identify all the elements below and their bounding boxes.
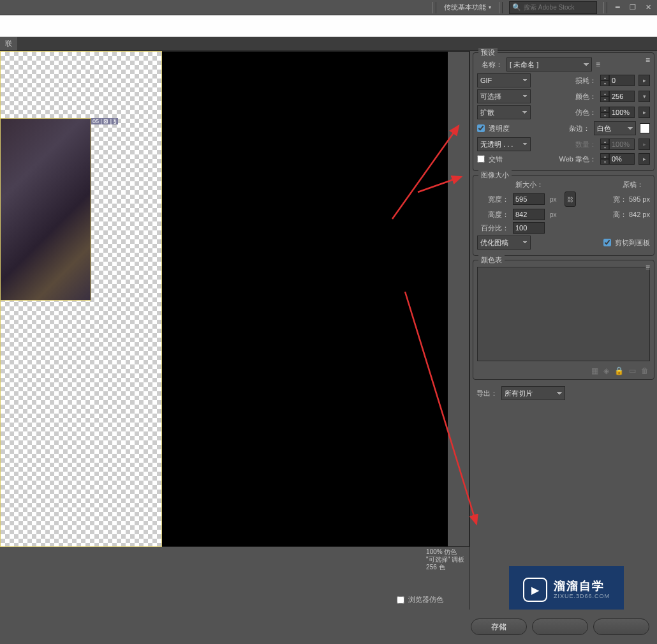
button-2[interactable] bbox=[532, 618, 588, 635]
save-button[interactable]: 存储 bbox=[471, 618, 527, 635]
colors-label: 颜色： bbox=[571, 92, 596, 101]
close-button[interactable]: ✕ bbox=[640, 1, 656, 14]
menu-bar bbox=[0, 15, 657, 37]
preset-panel: 预设 ≡ 名称： [ 未命名 ] ≡ GIF 损耗： ▴▾ ▸ 可选择 bbox=[473, 52, 654, 171]
format-select[interactable]: GIF bbox=[477, 73, 531, 87]
web-shift-icon[interactable]: ◈ bbox=[603, 366, 609, 375]
colortable-menu-icon[interactable]: ≡ bbox=[646, 263, 650, 272]
newsize-label: 新大小： bbox=[515, 180, 543, 190]
image-preview bbox=[1, 119, 91, 300]
amount-spinner: ▴▾ bbox=[600, 139, 609, 150]
minimize-button[interactable]: ━ bbox=[610, 1, 625, 14]
watermark-en: ZIXUE.3D66.COM bbox=[554, 593, 610, 600]
amount-label: 数量： bbox=[571, 140, 596, 149]
browser-dither-checkbox[interactable] bbox=[397, 596, 404, 604]
restore-icon: ❐ bbox=[630, 3, 636, 11]
percent-input[interactable] bbox=[513, 222, 545, 234]
play-icon: ▶ bbox=[523, 578, 547, 602]
websnap-label: Web 靠色： bbox=[553, 154, 596, 164]
percent-label: 百分比： bbox=[477, 223, 509, 233]
optimize-select[interactable]: 优化图稿 bbox=[477, 236, 531, 250]
trans-dither-select[interactable]: 无透明 . . . bbox=[477, 137, 531, 151]
link-icon[interactable]: ⛓ bbox=[565, 191, 576, 207]
minimize-icon: ━ bbox=[616, 3, 620, 11]
lock-icon[interactable]: 🔒 bbox=[614, 366, 624, 375]
export-select[interactable]: 所有切片 bbox=[501, 386, 565, 400]
px-unit: px bbox=[550, 196, 557, 203]
colors-input[interactable] bbox=[609, 91, 635, 102]
websnap-flyout[interactable]: ▸ bbox=[639, 153, 650, 165]
dither-flyout[interactable]: ▸ bbox=[639, 107, 650, 118]
preset-title: 预设 bbox=[478, 48, 498, 57]
chevron-down-icon: ▾ bbox=[489, 4, 491, 10]
orig-height: 高： 842 px bbox=[613, 210, 650, 220]
width-input[interactable] bbox=[513, 193, 545, 205]
image-size-panel: 图像大小 新大小： 原稿： 宽度： px ⛓ 宽： 595 px 高度： px … bbox=[473, 175, 654, 256]
lossy-label: 损耗： bbox=[571, 76, 596, 86]
clip-label: 剪切到画板 bbox=[615, 238, 650, 248]
workspace-selector[interactable]: 传统基本功能 ▾ bbox=[439, 1, 496, 14]
orig-width: 宽： 595 px bbox=[613, 195, 650, 204]
preset-menu-icon[interactable]: ≡ bbox=[596, 60, 600, 69]
matte-select[interactable]: 白色 bbox=[594, 121, 636, 135]
dither-label: 仿色： bbox=[571, 108, 596, 117]
preset-name-select[interactable]: [ 未命名 ] bbox=[506, 57, 592, 71]
map-icon[interactable]: ▦ bbox=[591, 366, 598, 375]
restore-button[interactable]: ❐ bbox=[625, 1, 640, 14]
imagesize-title: 图像大小 bbox=[478, 170, 512, 180]
lossy-input[interactable] bbox=[609, 75, 635, 86]
px-unit: px bbox=[550, 211, 557, 218]
export-label: 导出： bbox=[476, 389, 498, 398]
save-label: 存储 bbox=[491, 622, 506, 633]
lossy-spinner[interactable]: ▴▾ bbox=[600, 75, 609, 86]
reduction-select[interactable]: 可选择 bbox=[477, 89, 531, 103]
search-box[interactable]: 🔍 bbox=[509, 1, 597, 14]
height-input[interactable] bbox=[513, 209, 545, 220]
interlace-checkbox[interactable] bbox=[477, 155, 485, 163]
colors-dropdown[interactable]: ▾ bbox=[639, 91, 650, 102]
matte-swatch[interactable] bbox=[640, 123, 650, 133]
amount-input bbox=[609, 139, 635, 150]
colors-spinner[interactable]: ▴▾ bbox=[600, 91, 609, 102]
tab-label: 联 bbox=[5, 39, 12, 49]
name-label: 名称： bbox=[477, 60, 503, 70]
watermark: ▶ 溜溜自学 ZIXUE.3D66.COM bbox=[509, 566, 624, 613]
interlace-label: 交错 bbox=[489, 154, 503, 164]
tab-link[interactable]: 联 bbox=[0, 37, 17, 50]
dither-input[interactable] bbox=[609, 107, 635, 118]
dither-spinner[interactable]: ▴▾ bbox=[600, 107, 609, 118]
matte-label: 杂边： bbox=[565, 124, 590, 133]
width-label: 宽度： bbox=[477, 195, 509, 204]
preview-canvas[interactable]: 05 | ⊠ | § bbox=[0, 51, 469, 547]
close-icon: ✕ bbox=[646, 3, 651, 11]
height-label: 高度： bbox=[477, 210, 509, 220]
panel-menu-icon[interactable]: ≡ bbox=[646, 56, 650, 64]
amount-flyout: ▸ bbox=[639, 139, 650, 150]
button-3[interactable] bbox=[593, 618, 649, 635]
color-table-panel: 颜色表 ≡ ▦ ◈ 🔒 ▭ 🗑 bbox=[473, 260, 654, 380]
browser-dither-label: 浏览器仿色 bbox=[408, 595, 443, 604]
lossy-flyout[interactable]: ▸ bbox=[639, 75, 650, 86]
trash-icon[interactable]: 🗑 bbox=[641, 366, 649, 375]
search-input[interactable] bbox=[524, 4, 594, 11]
websnap-input[interactable] bbox=[609, 153, 635, 165]
colortable-title: 颜色表 bbox=[478, 255, 505, 265]
transparency-label: 透明度 bbox=[489, 124, 510, 133]
search-icon: 🔍 bbox=[512, 3, 521, 11]
original-label: 原稿： bbox=[623, 180, 644, 190]
slice-badge: 05 | ⊠ | § bbox=[91, 118, 118, 124]
clip-checkbox[interactable] bbox=[603, 239, 611, 246]
preview-stats: 100% 仿色 "可选择" 调板 256 色 bbox=[426, 548, 464, 571]
transparency-checkbox[interactable] bbox=[477, 124, 485, 132]
canvas-background bbox=[162, 52, 448, 546]
color-table[interactable] bbox=[477, 267, 650, 361]
workspace-label: 传统基本功能 bbox=[444, 3, 486, 12]
new-color-icon[interactable]: ▭ bbox=[629, 366, 636, 375]
watermark-cn: 溜溜自学 bbox=[554, 580, 605, 594]
dither-select[interactable]: 扩散 bbox=[477, 105, 531, 119]
websnap-spinner[interactable]: ▴▾ bbox=[600, 153, 609, 165]
